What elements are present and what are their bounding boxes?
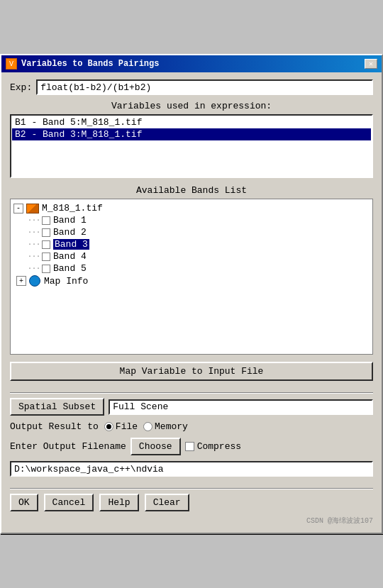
choose-button[interactable]: Choose	[131, 438, 181, 455]
list-item[interactable]: B2 - Band 3:M_818_1.tif	[12, 128, 371, 140]
output-result-row: Output Result to File Memory	[10, 421, 373, 432]
spatial-subset-button[interactable]: Spatial Subset	[10, 398, 104, 416]
cancel-button[interactable]: Cancel	[44, 494, 94, 511]
compress-checkbox[interactable]	[185, 442, 194, 451]
filename-row: Enter Output Filename Choose Compress	[10, 438, 373, 455]
divider2	[10, 488, 373, 489]
band3-label: Band 3	[53, 239, 89, 250]
ok-button[interactable]: OK	[10, 494, 38, 511]
checkbox-band4[interactable]	[42, 253, 50, 261]
window-icon: V	[6, 58, 17, 70]
bands-section-label: Available Bands List	[10, 185, 373, 196]
title-bar: V Variables to Bands Pairings ✕	[1, 55, 382, 72]
checkbox-band2[interactable]	[42, 228, 50, 237]
globe-icon	[29, 275, 40, 287]
exp-input[interactable]	[36, 79, 373, 95]
filename-label: Enter Output Filename	[10, 441, 126, 452]
radio-file-label: File	[116, 421, 138, 432]
checkbox-band3[interactable]	[42, 240, 50, 249]
compress-item: Compress	[185, 441, 241, 452]
watermark: CSDN @海绵波波107	[10, 516, 373, 526]
checkbox-band1[interactable]	[42, 216, 50, 225]
map-info-expand-icon[interactable]: +	[16, 276, 26, 286]
compress-label: Compress	[197, 441, 241, 452]
variables-section-label: Variables used in expression:	[10, 101, 373, 111]
bottom-buttons: OK Cancel Help Clear	[10, 494, 373, 514]
window-title: Variables to Bands Pairings	[21, 59, 159, 69]
band5-label: Band 5	[53, 263, 87, 274]
spatial-subset-input[interactable]	[109, 399, 373, 415]
band2-label: Band 2	[53, 227, 87, 238]
bands-treebox: - M_818_1.tif ··· Band 1 ··· Band 2	[10, 199, 373, 355]
expression-row: Exp:	[10, 79, 373, 95]
radio-memory-label: Memory	[155, 421, 188, 432]
output-label: Output Result to	[10, 421, 99, 432]
tree-root[interactable]: - M_818_1.tif	[13, 202, 370, 214]
close-button[interactable]: ✕	[365, 59, 377, 69]
radio-file-circle[interactable]	[104, 422, 113, 431]
radio-file[interactable]: File	[104, 421, 138, 432]
clear-button[interactable]: Clear	[145, 494, 189, 511]
map-variable-button[interactable]: Map Variable to Input File	[10, 362, 373, 381]
tree-item-band5[interactable]: ··· Band 5	[13, 262, 370, 274]
spatial-subset-row: Spatial Subset	[10, 398, 373, 416]
tree-item-band4[interactable]: ··· Band 4	[13, 250, 370, 262]
tree-item-band1[interactable]: ··· Band 1	[13, 214, 370, 226]
band4-label: Band 4	[53, 251, 87, 262]
expand-icon[interactable]: -	[13, 204, 23, 213]
variables-listbox[interactable]: B1 - Band 5:M_818_1.tif B2 - Band 3:M_81…	[10, 114, 373, 178]
content-area: Exp: Variables used in expression: B1 - …	[1, 72, 382, 533]
path-input[interactable]	[10, 461, 373, 477]
tree-item-band2[interactable]: ··· Band 2	[13, 226, 370, 238]
list-item[interactable]: B1 - Band 5:M_818_1.tif	[12, 116, 371, 128]
file-icon	[26, 204, 39, 213]
divider1	[10, 392, 373, 394]
map-info-label: Map Info	[44, 276, 88, 287]
title-bar-left: V Variables to Bands Pairings	[6, 58, 159, 70]
checkbox-band5[interactable]	[42, 265, 50, 273]
radio-memory-circle[interactable]	[143, 422, 152, 431]
exp-label: Exp:	[10, 82, 32, 93]
main-window: V Variables to Bands Pairings ✕ Exp: Var…	[0, 54, 383, 534]
root-label: M_818_1.tif	[42, 203, 103, 213]
help-button[interactable]: Help	[99, 494, 138, 511]
band1-label: Band 1	[53, 215, 87, 226]
tree-item-band3[interactable]: ··· Band 3	[13, 238, 370, 250]
radio-memory[interactable]: Memory	[143, 421, 188, 432]
tree-map-info[interactable]: + Map Info	[16, 274, 370, 287]
